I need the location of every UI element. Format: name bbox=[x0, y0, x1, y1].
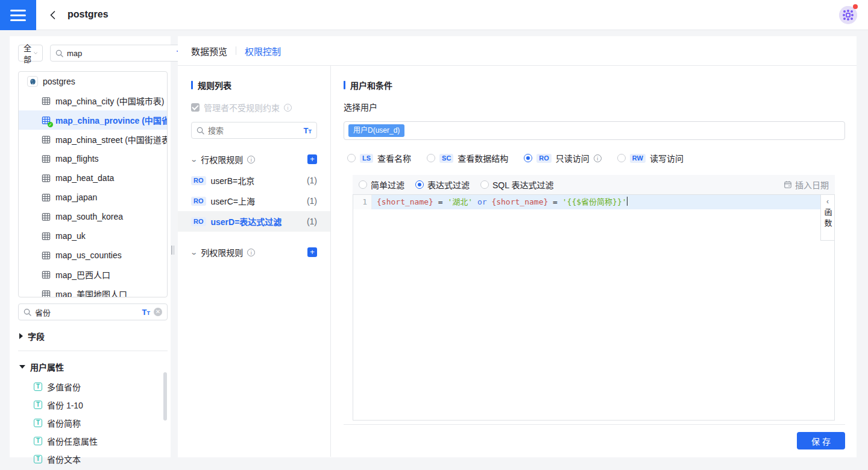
case-sensitive-toggle-icon[interactable]: TT bbox=[304, 127, 312, 135]
rule-count: (1) bbox=[307, 217, 317, 226]
filter-mode-expression[interactable]: 表达式过滤 bbox=[415, 179, 470, 191]
triangle-collapsed-icon bbox=[19, 333, 23, 339]
chevron-down-icon bbox=[34, 51, 37, 55]
tab-permission-control[interactable]: 权限控制 bbox=[245, 45, 281, 57]
chevron-down-icon[interactable]: ⌄ bbox=[190, 156, 198, 164]
perm-label: 读写访问 bbox=[650, 152, 684, 164]
hamburger-menu-button[interactable] bbox=[0, 0, 36, 30]
info-icon[interactable]: i bbox=[594, 154, 602, 162]
radio-selected-icon bbox=[524, 154, 532, 162]
table-item-selected[interactable]: ✓ map_china_province (中国省份表) bbox=[19, 110, 167, 130]
table-icon bbox=[42, 212, 51, 221]
code-content: {short_name} = '湖北' or {short_name} = '{… bbox=[372, 195, 820, 209]
check-badge-icon: ✓ bbox=[48, 122, 53, 127]
user-attribute-label: 省份任意属性 bbox=[47, 435, 98, 447]
tab-data-preview[interactable]: 数据预览 bbox=[191, 45, 227, 57]
search-icon bbox=[24, 308, 31, 316]
table-label: map_巴西人口 bbox=[55, 268, 110, 281]
user-condition-panel: 用户和条件 选择用户 用户D(user_d) LS 查看名称 SC 查看数据结构 bbox=[331, 66, 857, 457]
code-line: 1 {short_name} = '湖北' or {short_name} = … bbox=[353, 195, 834, 209]
ro-badge: RO bbox=[191, 217, 206, 226]
rule-item[interactable]: RO userC=上海 (1) bbox=[178, 191, 330, 211]
info-icon[interactable]: i bbox=[247, 249, 255, 256]
filter-mode-sql[interactable]: SQL 表达式过滤 bbox=[480, 179, 553, 191]
table-item[interactable]: map_china_street (中国街道表) bbox=[19, 130, 167, 149]
radio-icon bbox=[617, 154, 626, 162]
hamburger-icon bbox=[10, 10, 26, 11]
table-label: map_美国地图人口 bbox=[55, 288, 127, 297]
radio-icon bbox=[347, 154, 356, 162]
admin-exempt-checkbox[interactable] bbox=[191, 103, 200, 112]
rules-panel-title: 规则列表 bbox=[198, 79, 231, 91]
line-number: 1 bbox=[353, 195, 372, 209]
table-item[interactable]: map_south_korea bbox=[19, 207, 167, 226]
notification-dot bbox=[853, 4, 858, 9]
filter-mode-label: 表达式过滤 bbox=[427, 179, 470, 191]
perm-option-read-only[interactable]: RO 只读访问 i bbox=[524, 152, 602, 164]
functions-collapse-tab[interactable]: ‹ 函数 bbox=[820, 195, 834, 241]
insert-date-label: 插入日期 bbox=[795, 179, 829, 191]
row-rules-section-header: ⌄ 行权限规则 i + bbox=[178, 153, 330, 165]
tree-root-datasource[interactable]: postgres bbox=[19, 72, 167, 91]
sidebar-scrollbar[interactable] bbox=[163, 372, 167, 421]
table-item[interactable]: map_uk bbox=[19, 226, 167, 246]
user-attribute-item[interactable]: T 省份简称 bbox=[10, 414, 171, 432]
user-attribute-item[interactable]: T 省份 1-10 bbox=[10, 396, 171, 414]
top-header: postgres bbox=[0, 0, 868, 30]
user-attribute-item[interactable]: T 多值省份 bbox=[10, 378, 171, 396]
search-icon bbox=[55, 49, 63, 57]
table-icon bbox=[42, 97, 51, 106]
datasource-label: postgres bbox=[43, 77, 75, 86]
fields-section-label: 字段 bbox=[28, 330, 45, 342]
user-attribute-item[interactable]: T 省份任意属性 bbox=[10, 432, 171, 450]
rules-search-input[interactable] bbox=[208, 126, 300, 135]
perm-label: 只读访问 bbox=[556, 152, 590, 164]
rules-panel: 规则列表 管理者不受规则约束 i TT ⌄ 行权限规则 i + bbox=[178, 66, 331, 457]
search-icon bbox=[197, 127, 204, 135]
postgresql-icon bbox=[27, 76, 38, 87]
table-item[interactable]: map_flights bbox=[19, 149, 167, 168]
chevron-down-icon[interactable]: ⌄ bbox=[190, 249, 198, 256]
info-icon[interactable]: i bbox=[247, 156, 255, 164]
save-button[interactable]: 保 存 bbox=[797, 432, 845, 449]
case-sensitive-toggle-icon[interactable]: TT bbox=[142, 308, 150, 316]
code-editor[interactable]: 1 {short_name} = '湖北' or {short_name} = … bbox=[353, 194, 835, 421]
table-type-select-value: 全部 bbox=[24, 42, 34, 65]
rule-item[interactable]: RO userB=北京 (1) bbox=[178, 170, 330, 191]
table-item[interactable]: map_美国地图人口 bbox=[19, 284, 167, 297]
table-type-select[interactable]: 全部 bbox=[18, 45, 43, 62]
table-item[interactable]: map_japan bbox=[19, 188, 167, 207]
filter-mode-simple[interactable]: 简单过滤 bbox=[359, 179, 404, 191]
perm-option-read-write[interactable]: RW 读写访问 bbox=[617, 152, 684, 164]
add-column-rule-button[interactable]: + bbox=[307, 247, 317, 257]
user-tag[interactable]: 用户D(user_d) bbox=[348, 124, 404, 136]
perm-option-view-structure[interactable]: SC 查看数据结构 bbox=[427, 152, 508, 164]
perm-option-view-name[interactable]: LS 查看名称 bbox=[347, 152, 411, 164]
functions-tab-label: 函数 bbox=[822, 208, 834, 230]
user-attribute-item[interactable]: T 省份文本 bbox=[10, 450, 171, 468]
table-item[interactable]: map_us_counties bbox=[19, 246, 167, 265]
info-icon[interactable]: i bbox=[284, 104, 292, 112]
page-title: postgres bbox=[68, 9, 108, 20]
chevron-left-icon: ‹ bbox=[826, 197, 829, 206]
user-select-field[interactable]: 用户D(user_d) bbox=[344, 121, 845, 140]
table-item[interactable]: map_heat_data bbox=[19, 168, 167, 188]
rule-count: (1) bbox=[307, 196, 317, 206]
field-search-input[interactable] bbox=[35, 308, 139, 317]
user-attrs-section-header[interactable]: 用户属性 bbox=[19, 360, 168, 374]
insert-date-button[interactable]: 插入日期 bbox=[784, 179, 829, 191]
chevron-left-icon bbox=[48, 10, 58, 20]
fields-section-header[interactable]: 字段 bbox=[19, 329, 168, 343]
user-attribute-label: 省份 1-10 bbox=[47, 399, 83, 411]
clear-search-icon[interactable]: ✕ bbox=[154, 308, 162, 316]
accent-bar bbox=[191, 81, 193, 89]
rule-item-selected[interactable]: RO userD=表达式过滤 (1) bbox=[178, 211, 330, 232]
radio-icon bbox=[427, 154, 435, 162]
table-item[interactable]: map_china_city (中国城市表) bbox=[19, 91, 167, 110]
ls-badge: LS bbox=[360, 154, 373, 163]
panel-resize-handle[interactable] bbox=[171, 246, 175, 255]
add-row-rule-button[interactable]: + bbox=[307, 154, 317, 164]
table-search-input[interactable] bbox=[67, 49, 173, 58]
back-button[interactable] bbox=[46, 8, 60, 22]
table-item[interactable]: map_巴西人口 bbox=[19, 265, 167, 284]
